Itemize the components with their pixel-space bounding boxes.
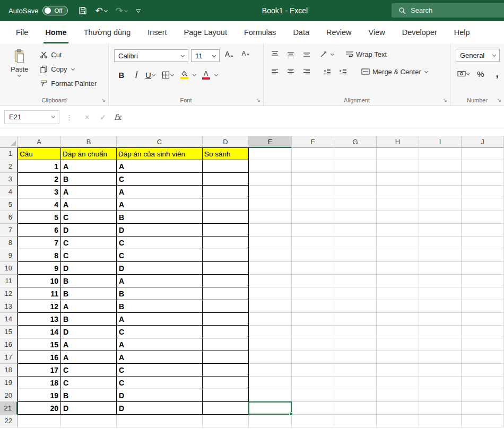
cell-E1[interactable] [249,147,292,160]
cell-G8[interactable] [334,237,377,249]
cell-D16[interactable] [203,338,249,351]
cell-J15[interactable] [462,326,504,338]
cell-H18[interactable] [377,364,419,377]
column-header-I[interactable]: I [419,136,462,148]
column-header-B[interactable]: B [61,136,117,148]
cell-G6[interactable] [334,211,377,224]
cell-A18[interactable]: 17 [18,364,61,377]
cell-B13[interactable]: A [61,300,117,313]
cell-I10[interactable] [419,262,462,275]
cell-B9[interactable]: C [61,249,117,262]
cell-H13[interactable] [377,300,419,313]
cell-A5[interactable]: 4 [18,198,61,211]
cell-F18[interactable] [292,364,334,377]
cell-H20[interactable] [377,389,419,402]
row-header-2[interactable]: 2 [0,160,18,173]
cell-C16[interactable]: A [117,338,203,351]
cell-B14[interactable]: B [61,313,117,326]
cell-H1[interactable] [377,147,419,160]
number-dialog-launcher[interactable] [497,95,501,103]
cell-F2[interactable] [292,160,334,173]
cell-A6[interactable]: 5 [18,211,61,224]
undo-button[interactable] [95,5,107,16]
font-size-combobox[interactable]: 11 [191,49,220,62]
row-header-14[interactable]: 14 [0,313,18,326]
cell-C10[interactable]: D [117,262,203,275]
cell-F13[interactable] [292,300,334,313]
cell-E5[interactable] [249,198,292,211]
column-header-J[interactable]: J [462,136,504,148]
row-header-12[interactable]: 12 [0,287,18,300]
decrease-indent-button[interactable] [320,65,334,78]
cell-C2[interactable]: A [117,160,203,173]
cell-I5[interactable] [419,198,462,211]
cell-I1[interactable] [419,147,462,160]
cell-D3[interactable] [203,173,249,186]
cell-A22[interactable] [18,415,61,427]
cell-E13[interactable] [249,300,292,313]
number-format-combobox[interactable]: General [456,49,500,62]
cell-C9[interactable]: C [117,249,203,262]
formula-input[interactable] [125,110,504,124]
cell-J9[interactable] [462,249,504,262]
row-header-5[interactable]: 5 [0,198,18,211]
cell-J19[interactable] [462,377,504,389]
cell-G4[interactable] [334,186,377,198]
cell-F12[interactable] [292,287,334,300]
cell-G16[interactable] [334,338,377,351]
increase-font-size-button[interactable]: A [222,49,236,63]
cell-C15[interactable]: C [117,326,203,338]
cell-B11[interactable]: B [61,275,117,287]
cell-I17[interactable] [419,351,462,364]
cell-E22[interactable] [249,415,292,427]
paste-button[interactable]: Paste [4,48,34,91]
format-painter-button[interactable]: Format Painter [40,76,97,91]
cell-E7[interactable] [249,224,292,237]
cell-F9[interactable] [292,249,334,262]
cell-J2[interactable] [462,160,504,173]
cell-F8[interactable] [292,237,334,249]
cell-H22[interactable] [377,415,419,427]
cut-button[interactable]: Cut [40,48,97,62]
bold-button[interactable]: B [115,68,128,82]
column-header-A[interactable]: A [18,136,61,148]
cell-I3[interactable] [419,173,462,186]
cell-H15[interactable] [377,326,419,338]
row-header-18[interactable]: 18 [0,364,18,377]
merge-center-button[interactable]: Merge & Center [359,65,430,78]
cell-C6[interactable]: B [117,211,203,224]
cell-A8[interactable]: 7 [18,237,61,249]
cell-D19[interactable] [203,377,249,389]
cell-C18[interactable]: C [117,364,203,377]
tab-thuong-dung[interactable]: Thường dùng [75,21,140,43]
tab-page-layout[interactable]: Page Layout [176,21,236,43]
cell-J17[interactable] [462,351,504,364]
cell-D7[interactable] [203,224,249,237]
tab-developer[interactable]: Developer [394,21,446,43]
cell-H17[interactable] [377,351,419,364]
cell-B19[interactable]: C [61,377,117,389]
cell-D15[interactable] [203,326,249,338]
cell-C5[interactable]: A [117,198,203,211]
cell-A2[interactable]: 1 [18,160,61,173]
cell-D22[interactable] [203,415,249,427]
cell-A1[interactable]: Câu [18,147,61,160]
cell-I12[interactable] [419,287,462,300]
cell-F15[interactable] [292,326,334,338]
cell-A13[interactable]: 12 [18,300,61,313]
cell-F11[interactable] [292,275,334,287]
cell-F7[interactable] [292,224,334,237]
cell-D6[interactable] [203,211,249,224]
name-box[interactable]: E21 [4,110,59,124]
row-header-10[interactable]: 10 [0,262,18,275]
cell-B2[interactable]: A [61,160,117,173]
cell-G1[interactable] [334,147,377,160]
tab-formulas[interactable]: Formulas [236,21,284,43]
fill-handle[interactable] [289,412,293,416]
cell-H8[interactable] [377,237,419,249]
tab-review[interactable]: Review [318,21,360,43]
tab-file[interactable]: File [7,21,37,43]
cell-G2[interactable] [334,160,377,173]
cell-G5[interactable] [334,198,377,211]
row-header-1[interactable]: 1 [0,147,18,160]
